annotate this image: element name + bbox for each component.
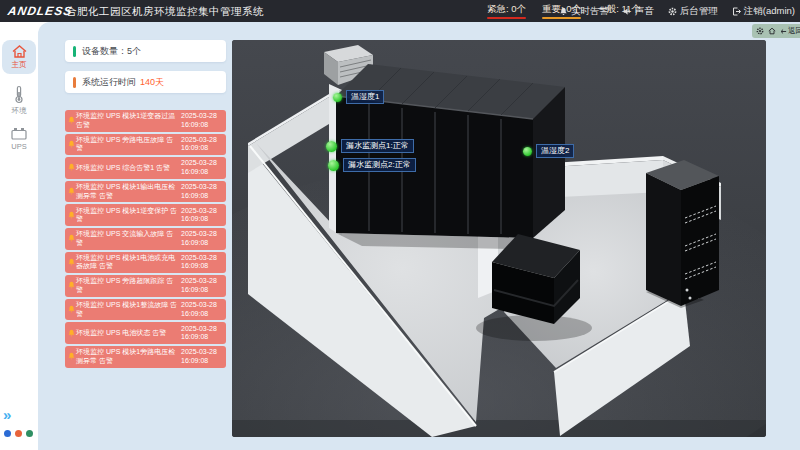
- scene-home-button[interactable]: [768, 27, 776, 35]
- sidebar-item-home[interactable]: 主页: [2, 40, 36, 74]
- bell-icon: [67, 211, 76, 220]
- alert-timestamp: 2025-03-2816:09:08: [181, 207, 223, 224]
- alert-text: 环境监控 UPS 模块1旁路电压检测异常 告警: [76, 348, 181, 365]
- alert-item[interactable]: 环境监控 UPS 旁路电压故障 告警 2025-03-2816:09:08: [65, 134, 226, 156]
- sensor-temp-humidity-2[interactable]: 温湿度2: [523, 144, 574, 158]
- admin-button[interactable]: 后台管理: [668, 5, 718, 18]
- alert-item[interactable]: 环境监控 UPS 综合告警1 告警 2025-03-2816:09:08: [65, 157, 226, 179]
- device-count-value: 5个: [127, 45, 141, 58]
- alert-text: 环境监控 UPS 旁路电压故障 告警: [76, 136, 181, 153]
- alert-item[interactable]: 环境监控 UPS 模块1旁路电压检测异常 告警 2025-03-2816:09:…: [65, 346, 226, 368]
- thermometer-icon: [11, 85, 27, 105]
- speaker-icon: [623, 7, 632, 16]
- sidebar-item-ups[interactable]: UPS: [2, 126, 36, 151]
- sidebar-item-environment[interactable]: 环境: [2, 85, 36, 116]
- alert-timestamp: 2025-03-2816:09:08: [181, 301, 223, 318]
- scene-toolbar: 返回: [752, 24, 800, 38]
- home-icon: [768, 27, 776, 35]
- alarm-icon: [559, 7, 568, 16]
- alert-text: 环境监控 UPS 综合告警1 告警: [76, 164, 181, 173]
- alert-text: 环境监控 UPS 电池状态 告警: [76, 329, 181, 338]
- alert-item[interactable]: 环境监控 UPS 交流输入故障 告警 2025-03-2816:09:08: [65, 228, 226, 250]
- runtime-card: 系统运行时间 140天: [65, 71, 226, 93]
- brand-logo: ANDLESS: [7, 4, 74, 18]
- sidebar-expand-chevrons[interactable]: »: [3, 406, 8, 423]
- bell-icon: [67, 234, 76, 243]
- bell-icon: [67, 281, 76, 290]
- alert-text: 环境监控 UPS 交流输入故障 告警: [76, 230, 181, 247]
- alert-timestamp: 2025-03-2816:09:08: [181, 183, 223, 200]
- sensor-temp-humidity-1[interactable]: 温湿度1: [333, 90, 384, 104]
- room-3d-view[interactable]: 温湿度1 漏水监测点1:正常 漏水监测点2:正常 温湿度2: [232, 40, 766, 437]
- top-header: ANDLESS 合肥化工园区机房环境监控集中管理系统 紧急: 0个 重要: 0个…: [0, 0, 800, 22]
- alert-timestamp: 2025-03-2816:09:08: [181, 112, 223, 129]
- bell-icon: [67, 352, 76, 361]
- alert-timestamp: 2025-03-2816:09:08: [181, 136, 223, 153]
- alert-timestamp: 2025-03-2816:09:08: [181, 325, 223, 342]
- alert-text: 环境监控 UPS 模块1输出电压检测异常 告警: [76, 183, 181, 200]
- scene-back-button[interactable]: 返回: [780, 26, 800, 36]
- battery-icon: [10, 126, 28, 141]
- alert-text: 环境监控 UPS 模块1逆变器过温 告警: [76, 112, 181, 129]
- alert-item[interactable]: 环境监控 UPS 旁路超限跟踪 告警 2025-03-2816:09:08: [65, 275, 226, 297]
- alert-item[interactable]: 环境监控 UPS 模块1整流故障 告警 2025-03-2816:09:08: [65, 299, 226, 321]
- status-dot-green: [326, 141, 337, 152]
- alert-text: 环境监控 UPS 模块1整流故障 告警: [76, 301, 181, 318]
- bell-icon: [67, 140, 76, 149]
- logout-button[interactable]: 注销(admin): [732, 5, 795, 18]
- alert-item[interactable]: 环境监控 UPS 模块1电池或充电器故障 告警 2025-03-2816:09:…: [65, 252, 226, 274]
- green-accent-bar: [73, 46, 76, 57]
- logout-icon: [732, 7, 741, 16]
- realtime-alarm-button[interactable]: 实时告警: [559, 5, 609, 18]
- alert-text: 环境监控 UPS 旁路超限跟踪 告警: [76, 277, 181, 294]
- alert-text: 环境监控 UPS 模块1逆变保护 告警: [76, 207, 181, 224]
- room-3d-render: [232, 40, 766, 437]
- alert-item[interactable]: 环境监控 UPS 模块1逆变保护 告警 2025-03-2816:09:08: [65, 204, 226, 226]
- alert-timestamp: 2025-03-2816:09:08: [181, 348, 223, 365]
- brand-dots: [4, 430, 33, 437]
- alert-item[interactable]: 环境监控 UPS 模块1输出电压检测异常 告警 2025-03-2816:09:…: [65, 181, 226, 203]
- sensor-leak-point-2[interactable]: 漏水监测点2:正常: [328, 158, 416, 172]
- alert-list: 环境监控 UPS 模块1逆变器过温 告警 2025-03-2816:09:08 …: [65, 110, 226, 370]
- header-actions: 实时告警 声音 后台管理 注销(admin): [559, 0, 795, 22]
- home-icon: [11, 44, 28, 59]
- back-arrow-icon: [780, 28, 787, 35]
- alert-timestamp: 2025-03-2816:09:08: [181, 230, 223, 247]
- alert-timestamp: 2025-03-2816:09:08: [181, 159, 223, 176]
- orange-dot: [15, 430, 22, 437]
- status-dot-green: [333, 93, 342, 102]
- bell-icon: [67, 329, 76, 338]
- bell-icon: [67, 187, 76, 196]
- runtime-label: 系统运行时间: [82, 76, 136, 89]
- bell-icon: [67, 116, 76, 125]
- blue-dot: [4, 430, 11, 437]
- green-dot: [26, 430, 33, 437]
- bell-icon: [67, 305, 76, 314]
- alert-text: 环境监控 UPS 模块1电池或充电器故障 告警: [76, 254, 181, 271]
- gear-icon: [668, 7, 677, 16]
- status-dot-green: [523, 147, 532, 156]
- app-title: 合肥化工园区机房环境监控集中管理系统: [66, 5, 264, 19]
- gear-icon: [756, 27, 764, 35]
- runtime-value: 140天: [140, 76, 164, 89]
- bell-icon: [67, 258, 76, 267]
- sensor-leak-point-1[interactable]: 漏水监测点1:正常: [326, 139, 414, 153]
- alert-item[interactable]: 环境监控 UPS 电池状态 告警 2025-03-2816:09:08: [65, 322, 226, 344]
- device-count-label: 设备数量：: [82, 45, 127, 58]
- urgent-underline: [487, 17, 526, 20]
- orange-accent-bar: [73, 77, 76, 88]
- bell-icon: [67, 163, 76, 172]
- alarm-level-urgent[interactable]: 紧急: 0个: [487, 3, 526, 19]
- scene-settings-button[interactable]: [756, 27, 764, 35]
- device-count-card: 设备数量： 5个: [65, 40, 226, 62]
- status-dot-green: [328, 160, 339, 171]
- sound-button[interactable]: 声音: [623, 5, 654, 18]
- alert-timestamp: 2025-03-2816:09:08: [181, 277, 223, 294]
- alert-timestamp: 2025-03-2816:09:08: [181, 254, 223, 271]
- alert-item[interactable]: 环境监控 UPS 模块1逆变器过温 告警 2025-03-2816:09:08: [65, 110, 226, 132]
